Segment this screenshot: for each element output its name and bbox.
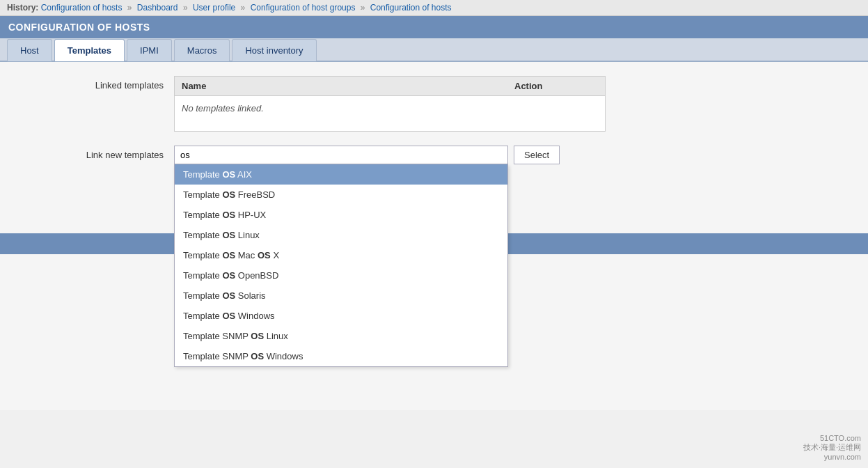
- breadcrumb-link-1[interactable]: Configuration of hosts: [41, 3, 123, 13]
- linked-templates-row: Linked templates Name Action No template…: [21, 76, 847, 132]
- dropdown-item-7[interactable]: Template OS Windows: [175, 306, 507, 326]
- breadcrumb-link-4[interactable]: Configuration of host groups: [251, 3, 356, 13]
- table-header: Name Action: [175, 77, 605, 96]
- history-label: History:: [7, 3, 38, 13]
- breadcrumb-link-5[interactable]: Configuration of hosts: [370, 3, 452, 13]
- linked-templates-table: Name Action No templates linked.: [174, 76, 606, 132]
- breadcrumb-link-3[interactable]: User profile: [193, 3, 235, 13]
- select-button[interactable]: Select: [514, 146, 560, 164]
- history-bar: History: Configuration of hosts » Dashbo…: [0, 0, 868, 16]
- link-new-templates-row: Link new templates Template OS AIX Templ…: [21, 146, 847, 164]
- link-input-wrapper: Template OS AIX Template OS FreeBSD Temp…: [174, 146, 508, 164]
- tab-host[interactable]: Host: [7, 39, 52, 61]
- dropdown-item-9[interactable]: Template SNMP OS Windows: [175, 346, 507, 366]
- dropdown-item-2[interactable]: Template OS HP-UX: [175, 205, 507, 225]
- breadcrumb-link-2[interactable]: Dashboard: [137, 3, 178, 13]
- linked-templates-label: Linked templates: [21, 76, 174, 91]
- autocomplete-dropdown: Template OS AIX Template OS FreeBSD Temp…: [174, 164, 508, 367]
- col-name-header: Name: [182, 81, 514, 91]
- dropdown-item-4[interactable]: Template OS Mac OS X: [175, 245, 507, 265]
- table-body-empty: No templates linked.: [175, 96, 605, 131]
- tab-templates[interactable]: Templates: [54, 39, 125, 61]
- dropdown-item-3[interactable]: Template OS Linux: [175, 225, 507, 245]
- form-section: Linked templates Name Action No template…: [0, 62, 868, 226]
- link-new-templates-input[interactable]: [174, 146, 508, 164]
- page-header: CONFIGURATION OF HOSTS: [0, 16, 868, 38]
- main-content: Linked templates Name Action No template…: [0, 62, 868, 410]
- dropdown-item-6[interactable]: Template OS Solaris: [175, 286, 507, 306]
- no-templates-text: No templates linked.: [182, 103, 264, 114]
- dropdown-item-8[interactable]: Template SNMP OS Linux: [175, 326, 507, 346]
- tabs-bar: Host Templates IPMI Macros Host inventor…: [0, 38, 868, 62]
- col-action-header: Action: [514, 81, 598, 91]
- dropdown-item-0[interactable]: Template OS AIX: [175, 164, 507, 185]
- link-new-templates-label: Link new templates: [21, 146, 174, 160]
- tab-ipmi[interactable]: IPMI: [127, 39, 172, 61]
- dropdown-item-5[interactable]: Template OS OpenBSD: [175, 265, 507, 286]
- tab-macros[interactable]: Macros: [174, 39, 230, 61]
- dropdown-item-1[interactable]: Template OS FreeBSD: [175, 185, 507, 205]
- tab-host-inventory[interactable]: Host inventory: [232, 39, 316, 61]
